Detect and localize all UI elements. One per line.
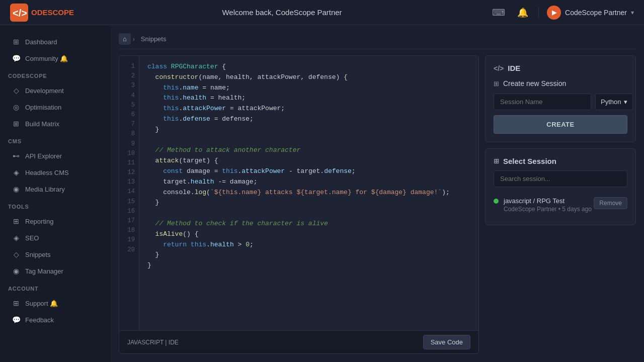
header-actions: ⌨ 🔔 ▶ CodeScope Partner ▾ [490, 5, 634, 20]
session-status-dot [494, 199, 499, 204]
section-label-codescope: CodeScope [0, 67, 111, 82]
sidebar-item-community[interactable]: 💬 Community 🔔 [4, 50, 107, 66]
sidebar-item-label: Feedback [25, 316, 54, 324]
user-menu[interactable]: ▶ CodeScope Partner ▾ [547, 6, 634, 20]
session-form-row: Python ▾ [494, 94, 627, 110]
create-session-heading: ⊞ Create new Session [494, 79, 627, 87]
breadcrumb-snippets: Snippets [137, 33, 171, 45]
sidebar-item-label: SEO [25, 234, 39, 242]
sidebar-item-label: Reporting [25, 218, 53, 225]
chat-icon: 💬 [12, 54, 20, 62]
circle-icon: ◎ [12, 103, 20, 111]
avatar: ▶ [547, 6, 561, 20]
session-author: CodeScope Partner [504, 206, 556, 213]
sidebar-item-label: API Explorer [25, 152, 62, 160]
create-session-button[interactable]: CREATE [494, 115, 627, 134]
section-label-cms: CMS [0, 132, 111, 147]
sidebar-item-label: Media Library [25, 186, 65, 193]
breadcrumb-separator: › [133, 36, 135, 43]
sidebar-item-media-library[interactable]: ◉ Media Library [4, 181, 107, 197]
app-header: </> ODESCOPE Welcome back, CodeScope Par… [0, 0, 644, 25]
session-info: javascript / RPG Test CodeScope Partner … [494, 197, 592, 213]
code-editor: 1234567891011121314151617181920 class RP… [119, 55, 479, 354]
create-session-label: Create new Session [503, 79, 566, 87]
sidebar-item-reporting[interactable]: ⊞ Reporting [4, 213, 107, 229]
sidebar-item-label: Snippets [25, 251, 51, 258]
sidebar-item-feedback[interactable]: 💬 Feedback [4, 312, 107, 328]
code-footer: JAVASCRIPT | IDE Save Code [119, 330, 478, 353]
ide-panel: </> IDE ⊞ Create new Session Python ▾ [485, 55, 636, 354]
diamond-icon: ◇ [12, 86, 20, 95]
snippets-icon: ◇ [12, 250, 20, 258]
sidebar-item-label: Support 🔔 [25, 300, 58, 307]
logo: </> ODESCOPE [10, 4, 74, 22]
cms-icon: ◈ [12, 168, 20, 176]
language-badge: JAVASCRIPT | IDE [127, 339, 179, 346]
select-session-panel: ⊞ Select Session javascript / RPG Test C… [485, 148, 636, 225]
section-label-account: Account [0, 280, 111, 295]
search-session-input[interactable] [494, 170, 627, 187]
sidebar-item-label: Optimisation [25, 104, 61, 111]
sidebar-item-optimisation[interactable]: ◎ Optimisation [4, 99, 107, 115]
code-content[interactable]: 1234567891011121314151617181920 class RP… [119, 56, 478, 330]
save-code-button[interactable]: Save Code [423, 335, 470, 349]
feedback-icon: 💬 [12, 316, 20, 324]
line-numbers: 1234567891011121314151617181920 [119, 56, 139, 330]
ide-heading-label: IDE [508, 64, 520, 72]
main-layout: ⊞ Dashboard 💬 Community 🔔 CodeScope ◇ De… [0, 25, 644, 362]
page-title: Welcome back, CodeScope Partner [222, 8, 342, 17]
code-lines: class RPGCharacter { constructor(name, h… [139, 56, 478, 330]
sidebar-item-seo[interactable]: ◈ SEO [4, 230, 107, 246]
logo-icon: </> [10, 4, 28, 22]
support-icon: ⊞ [12, 299, 20, 307]
select-session-heading: ⊞ Select Session [494, 157, 627, 165]
sidebar-item-label: Community 🔔 [25, 55, 68, 62]
tag-icon: ◉ [12, 267, 20, 275]
sidebar-item-tag-manager[interactable]: ◉ Tag Manager [4, 263, 107, 279]
svg-text:</>: </> [13, 8, 27, 19]
home-button[interactable]: ⌂ [119, 33, 131, 45]
session-details: javascript / RPG Test CodeScope Partner … [504, 197, 592, 213]
brand-name: ODESCOPE [31, 8, 74, 17]
sidebar-item-label: Development [25, 87, 64, 95]
remove-session-button[interactable]: Remove [594, 197, 627, 209]
sidebar-item-snippets[interactable]: ◇ Snippets [4, 246, 107, 262]
select-session-label: Select Session [503, 157, 556, 165]
session-time: 5 days ago [562, 206, 592, 213]
create-session-panel: </> IDE ⊞ Create new Session Python ▾ [485, 55, 636, 142]
sidebar-item-api-explorer[interactable]: ⊷ API Explorer [4, 148, 107, 164]
chevron-down-icon: ▾ [624, 98, 627, 106]
sidebar: ⊞ Dashboard 💬 Community 🔔 CodeScope ◇ De… [0, 25, 111, 362]
api-icon: ⊷ [12, 152, 20, 160]
sidebar-item-label: Tag Manager [25, 267, 63, 275]
section-label-tools: Tools [0, 198, 111, 213]
create-session-icon: ⊞ [494, 80, 499, 87]
session-name: javascript / RPG Test [504, 197, 592, 205]
sidebar-item-dashboard[interactable]: ⊞ Dashboard [4, 34, 107, 50]
user-name: CodeScope Partner [565, 9, 627, 17]
content-area: ⌂ › Snippets 123456789101112131415161718… [111, 25, 644, 362]
sidebar-item-label: Build Matrix [25, 120, 59, 128]
header-divider [538, 7, 539, 19]
ide-panel-heading: </> IDE [494, 64, 627, 72]
breadcrumb: ⌂ › Snippets [119, 33, 636, 49]
grid-icon: ⊞ [12, 38, 20, 46]
sidebar-item-build-matrix[interactable]: ⊞ Build Matrix [4, 116, 107, 132]
avatar-initials: ▶ [552, 9, 556, 16]
sidebar-item-headless-cms[interactable]: ◈ Headless CMS [4, 164, 107, 180]
notification-button[interactable]: 🔔 [515, 5, 530, 20]
sidebar-item-development[interactable]: ◇ Development [4, 82, 107, 99]
media-icon: ◉ [12, 185, 20, 193]
sidebar-item-label: Dashboard [25, 38, 57, 46]
chevron-down-icon: ▾ [631, 9, 634, 16]
session-meta: CodeScope Partner • 5 days ago [504, 206, 592, 213]
matrix-icon: ⊞ [12, 120, 20, 128]
sidebar-item-label: Headless CMS [25, 169, 69, 176]
language-select[interactable]: Python ▾ [595, 94, 633, 110]
session-name-input[interactable] [494, 94, 591, 110]
sidebar-item-support[interactable]: ⊞ Support 🔔 [4, 295, 107, 311]
reporting-icon: ⊞ [12, 217, 20, 225]
select-session-icon: ⊞ [494, 157, 499, 165]
terminal-button[interactable]: ⌨ [490, 5, 507, 20]
ide-layout: 1234567891011121314151617181920 class RP… [119, 55, 636, 354]
